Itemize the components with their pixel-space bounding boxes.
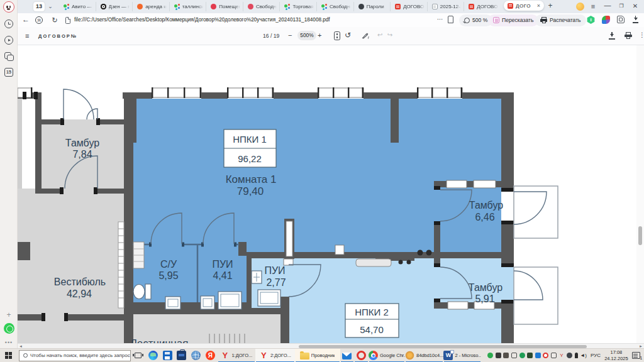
pdf-download-icon[interactable] [608, 32, 616, 40]
tab-avito[interactable]: Авито — О [59, 2, 96, 11]
label-pui2: ПУИ [264, 265, 285, 276]
more-actions-icon[interactable]: ⋯ [435, 13, 445, 27]
tab-svobodno1[interactable]: Свободно [243, 2, 280, 11]
taskbar-chrome[interactable]: Google Chr... [369, 349, 405, 362]
notification-icon[interactable]: 1 [632, 352, 640, 359]
opera-icon [357, 351, 366, 360]
extension-star-icon[interactable] [602, 16, 610, 24]
sidebar-more-icon[interactable]: ••• [4, 339, 13, 348]
pdf-rotate-icon[interactable]: ↺ [345, 31, 351, 40]
collections-icon[interactable] [4, 52, 11, 59]
label-vestibul-area: 42,94 [67, 288, 92, 299]
pdf-redo-icon[interactable]: ↪ [387, 31, 392, 39]
chevron-down-icon[interactable]: ⌄ [45, 2, 55, 11]
tab-2025-12-24[interactable]: 2025-12-24 [428, 2, 465, 11]
taskbar-clock[interactable]: 17:08 24.12.2025 [604, 349, 628, 362]
tray-dark-icon[interactable] [503, 353, 509, 358]
bookmark-icon[interactable] [448, 16, 453, 23]
taskbar-search-input[interactable]: Чтобы начать поиск, введите здесь запрос [19, 350, 131, 361]
downloads-icon[interactable] [632, 16, 640, 23]
history-clock-icon[interactable] [4, 19, 13, 28]
calendar-icon[interactable]: 15 [4, 68, 13, 77]
pdf-more-icon[interactable]: ⋮ [639, 31, 644, 38]
start-button[interactable] [0, 349, 19, 362]
new-tab-button[interactable]: + [545, 1, 555, 11]
word-icon: W [443, 351, 453, 360]
extension-collections-icon[interactable] [617, 16, 625, 23]
print-page-button[interactable]: Распечатать [535, 14, 586, 26]
url-text[interactable]: file:///C:/Users/Office/Searches/Desktop… [74, 13, 426, 27]
taskbar-mail[interactable] [340, 349, 355, 362]
taskbar-save-app[interactable] [160, 349, 175, 362]
reload-icon[interactable]: ↻ [50, 15, 59, 25]
taskbar-ybrowser-2[interactable]: Y 2:ДОГО... [255, 349, 294, 362]
tab-label: аренда ко [145, 4, 167, 9]
tab-active-dogovor[interactable]: ДОГО × [504, 1, 544, 11]
window-maximize-button[interactable]: ❐ [615, 0, 628, 13]
tab-svobodno2[interactable]: Свободно [317, 2, 354, 11]
pdf-fit-page-icon[interactable] [334, 31, 340, 40]
taskbar-briefcase-app[interactable] [174, 349, 189, 362]
language-indicator[interactable]: РУС [591, 353, 601, 358]
horizontal-scrollbar[interactable]: ◄ ► [18, 343, 644, 348]
play-icon[interactable] [4, 36, 13, 45]
profile-avatar[interactable] [3, 1, 14, 13]
taskbar-word[interactable]: W 2 - Microso... [443, 349, 481, 362]
vertical-scrollbar[interactable] [636, 45, 644, 343]
tab-tallinski[interactable]: таллински [170, 2, 207, 11]
gift-icon[interactable] [576, 3, 584, 11]
sidebar-add-icon[interactable]: + [4, 310, 13, 319]
tab-label: Дзен — гл [109, 4, 130, 9]
extension-shield-icon[interactable]: i [587, 16, 595, 24]
tray-opera-icon[interactable] [543, 353, 548, 358]
h-scroll-thumb[interactable] [299, 345, 587, 348]
task-view-icon[interactable] [131, 349, 146, 362]
tab-counter[interactable]: 13 [33, 2, 45, 11]
pdf-sidebar-toggle-icon[interactable]: ≡ [25, 32, 29, 40]
back-arrow-icon[interactable]: ← [21, 15, 31, 25]
taskbar-folder-84dbd[interactable]: 84dbd10c4... [405, 349, 443, 362]
tab-torgovaya[interactable]: Торговая п [280, 2, 317, 11]
window-close-button[interactable]: ✕ [629, 0, 641, 13]
pdf-zoom-out-button[interactable]: − [288, 31, 292, 39]
tray-laptop-icon[interactable] [511, 353, 517, 358]
tab-pomeshenie[interactable]: Помещени [206, 2, 243, 11]
pdf-page-indicator[interactable]: 16 / 19 [263, 33, 279, 39]
pdf-print-icon[interactable] [625, 32, 632, 39]
tab-dzen[interactable]: Дзен — гл [96, 2, 133, 11]
yandex-search-icon[interactable]: Я [35, 16, 43, 24]
window-minimize-button[interactable]: — [601, 0, 614, 13]
tab-paroli[interactable]: Пароли [354, 2, 391, 11]
pdf-zoom-level[interactable]: 500% [297, 31, 316, 40]
tray-blue-icon[interactable] [535, 353, 541, 358]
tab-arenda[interactable]: аренда ко [133, 2, 170, 11]
taskbar-explorer[interactable]: Проводник [295, 349, 340, 362]
tray-circle-icon[interactable] [567, 353, 572, 358]
pdf-zoom-in-button[interactable]: + [318, 31, 321, 39]
label-su-area: 5,95 [158, 270, 178, 281]
taskbar-yandex[interactable]: Я [203, 349, 218, 362]
v-scroll-thumb[interactable] [638, 226, 642, 245]
tray-green2-icon[interactable] [519, 353, 525, 358]
tab-close-icon[interactable]: × [537, 3, 540, 9]
pdf-annotate-icon[interactable] [362, 32, 370, 40]
taskbar-opera[interactable] [354, 349, 369, 362]
tray-dark-icon[interactable] [496, 353, 501, 358]
pdf-undo-icon[interactable]: ↩ [377, 31, 382, 39]
tray-volume-icon[interactable]: ◄) [580, 353, 586, 358]
label-komnata1: Комната 1 [226, 173, 277, 185]
npki1-name: НПКИ 1 [233, 134, 267, 145]
taskbar-globe-app[interactable] [189, 349, 203, 362]
tray-green-icon[interactable] [487, 353, 493, 358]
summarize-button[interactable]: Пересказать [488, 14, 538, 26]
tray-darkgreen-icon[interactable] [527, 353, 533, 358]
browser-menu-icon[interactable]: ≡ [589, 3, 597, 11]
tab-dogovor2[interactable]: ДОГОВО [464, 2, 501, 11]
tab-dogovor1[interactable]: ДОГОВО [391, 2, 428, 11]
tray-yandex-icon[interactable]: Y [559, 353, 565, 358]
taskbar-ybrowser-1[interactable]: Y 1:ДОГО... [218, 349, 256, 362]
tray-display-icon[interactable] [551, 353, 557, 358]
taskbar-edge[interactable] [146, 349, 160, 362]
whatsapp-icon[interactable] [4, 323, 14, 334]
tray-mic-icon[interactable] [575, 353, 578, 358]
